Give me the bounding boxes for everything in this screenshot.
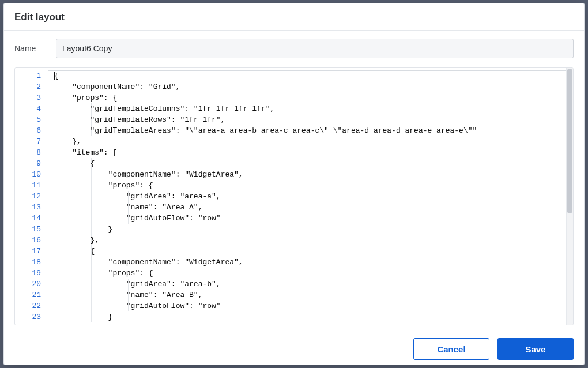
- dialog-header: Edit layout: [4, 3, 584, 31]
- line-number: 23: [17, 311, 41, 322]
- code-line[interactable]: "gridTemplateAreas": "\"area-a area-b ar…: [54, 125, 573, 136]
- line-number: 21: [17, 290, 41, 301]
- line-number: 17: [17, 246, 41, 257]
- code-line[interactable]: },: [54, 235, 573, 246]
- modal-backdrop: Edit layout Name 12345678910111213141516…: [0, 0, 588, 368]
- line-number: 20: [17, 279, 41, 290]
- line-number: 22: [17, 301, 41, 311]
- line-number: 5: [17, 114, 41, 125]
- line-number: 12: [17, 191, 41, 202]
- code-line[interactable]: }: [54, 311, 573, 322]
- name-input[interactable]: [56, 39, 574, 58]
- edit-layout-dialog: Edit layout Name 12345678910111213141516…: [3, 3, 585, 365]
- code-line[interactable]: "gridArea": "area-b",: [54, 279, 573, 290]
- line-number: 16: [17, 235, 41, 246]
- line-number: 10: [17, 169, 41, 180]
- code-area[interactable]: { "componentName": "Grid", "props": { "g…: [48, 68, 573, 325]
- line-number: 13: [17, 202, 41, 213]
- line-number: 19: [17, 268, 41, 279]
- line-number: 3: [17, 92, 41, 103]
- line-number: 14: [17, 213, 41, 224]
- dialog-title: Edit layout: [14, 12, 574, 23]
- line-number: 4: [17, 103, 41, 114]
- code-lines[interactable]: { "componentName": "Grid", "props": { "g…: [48, 68, 573, 325]
- line-number: 1: [17, 70, 41, 81]
- save-button[interactable]: Save: [497, 338, 574, 360]
- line-number: 2: [17, 81, 41, 92]
- code-editor[interactable]: 1234567891011121314151617181920212223 { …: [14, 67, 574, 325]
- line-number: 7: [17, 136, 41, 147]
- code-line[interactable]: "componentName": "WidgetArea",: [54, 169, 573, 180]
- code-line[interactable]: "gridAutoFlow": "row": [54, 301, 573, 311]
- code-line[interactable]: {: [54, 246, 573, 257]
- scroll-thumb[interactable]: [567, 69, 572, 213]
- code-line[interactable]: "gridTemplateRows": "1fr 1fr",: [54, 114, 573, 125]
- name-label: Name: [14, 44, 56, 53]
- code-line[interactable]: "items": [: [54, 147, 573, 158]
- code-line[interactable]: "componentName": "Grid",: [54, 81, 573, 92]
- code-line[interactable]: {: [54, 158, 573, 169]
- code-line[interactable]: "name": "Area B",: [54, 290, 573, 301]
- code-line[interactable]: "name": "Area A",: [54, 202, 573, 213]
- code-line[interactable]: },: [54, 136, 573, 147]
- code-line[interactable]: {: [54, 70, 573, 81]
- code-line[interactable]: "props": {: [54, 268, 573, 279]
- cancel-button[interactable]: Cancel: [413, 338, 489, 360]
- code-line[interactable]: "props": {: [54, 92, 573, 103]
- line-number: 6: [17, 125, 41, 136]
- name-row: Name: [14, 39, 574, 58]
- code-line[interactable]: "componentName": "WidgetArea",: [54, 257, 573, 268]
- code-line[interactable]: "props": {: [54, 180, 573, 191]
- line-number: 9: [17, 158, 41, 169]
- code-line[interactable]: }: [54, 224, 573, 235]
- line-number: 11: [17, 180, 41, 191]
- line-gutter: 1234567891011121314151617181920212223: [15, 68, 48, 325]
- line-number: 18: [17, 257, 41, 268]
- code-line[interactable]: "gridAutoFlow": "row": [54, 213, 573, 224]
- line-number: 15: [17, 224, 41, 235]
- dialog-footer: Cancel Save: [4, 330, 584, 368]
- code-line[interactable]: "gridArea": "area-a",: [54, 191, 573, 202]
- dialog-body: Name 12345678910111213141516171819202122…: [4, 31, 584, 330]
- line-number: 8: [17, 147, 41, 158]
- code-line[interactable]: "gridTemplateColumns": "1fr 1fr 1fr 1fr"…: [54, 103, 573, 114]
- vertical-scrollbar[interactable]: [566, 68, 573, 325]
